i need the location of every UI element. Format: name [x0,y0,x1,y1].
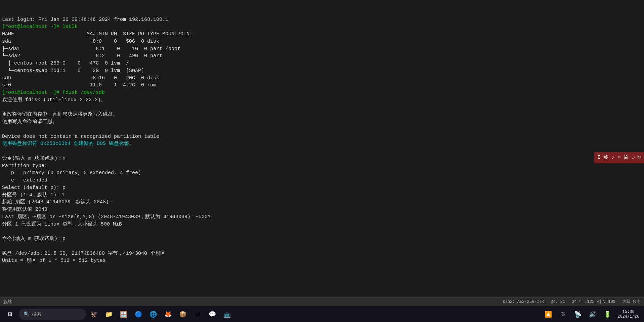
terminal-line: Last 扇区, +扇区 or +size{K,M,G} (2048-41943… [2,213,642,221]
taskbar: ⊞ 🔍 搜索 🦅 📁 🪟 🔵 🌐 🦊 📦 🖥 💬 📺 🔼 英 📡 🔊 🔋 15:… [0,306,644,322]
terminal-line: sda 8:0 0 50G 0 disk [2,38,642,45]
status-right: ssh2: AES-256-CTR 34, 21 34 行，125 列 VT10… [503,299,641,305]
terminal-line: Last login: Fri Jan 26 09:46:46 2024 fro… [2,16,642,24]
terminal-line: 命令(输入 m 获取帮助)：p [2,235,642,243]
system-tray-up[interactable]: 🔼 [542,308,555,321]
terminal-line: 分区 1 已设置为 Linux 类型，大小设为 500 MiB [2,221,642,228]
terminal-line: sdb 8:16 0 20G 0 disk [2,75,642,82]
terminal-line: Units = 扇区 of 1 * 512 = 512 bytes [2,257,642,265]
terminal-line: 磁盘 /dev/sdb：21.5 GB, 21474836480 字节，4194… [2,250,642,257]
start-button[interactable]: ⊞ [3,308,17,321]
ssh-info: ssh2: AES-256-CTR [503,299,544,304]
terminal-line: 命令(输入 m 获取帮助)：n [2,155,642,162]
network-icon[interactable]: 📡 [571,308,585,321]
terminal-line: 使用磁盘标识符 0x253c03b4 创建新的 DOS 磁盘标签。 [2,140,642,148]
terminal-line: ├─sda1 8:1 0 1G 0 part /boot [2,45,642,53]
terminal-line: 起始 扇区 (2048-41943039，默认为 2048)： [2,199,642,206]
taskbar-edge[interactable]: 🦊 [161,308,175,321]
taskbar-terminal[interactable]: 📦 [176,308,189,321]
cursor-pos: 34, 21 [551,299,565,304]
terminal-line: [root@localhost ~]# lsblk [2,23,642,31]
taskbar-right: 🔼 英 📡 🔊 🔋 15:09 2024/1/26 [542,308,641,321]
terminal-line: p primary (0 primary, 0 extended, 4 free… [2,169,642,177]
terminal-line: └─sda2 8:2 0 49G 0 part [2,52,642,60]
search-label: 搜索 [32,311,41,317]
search-bar[interactable]: 🔍 搜索 [19,309,86,320]
start-icon: ⊞ [8,310,12,318]
taskbar-tv[interactable]: 📺 [220,308,234,321]
clock-time: 15:09 [622,310,635,314]
taskbar-globe[interactable]: 🌐 [146,308,160,321]
terminal-line: sr0 11:0 1 4.2G 0 rom [2,82,642,89]
terminal-line [2,148,642,155]
terminal-line: Partition type: [2,162,642,170]
terminal-line: Select (default p): p [2,184,642,192]
dimensions: 34 行，125 列 VT100 [572,299,615,305]
terminal-line: 分区号 (1-4，默认 1)：1 [2,192,642,199]
ime-toggle[interactable]: 英 [556,308,570,321]
taskbar-store[interactable]: 🪟 [117,308,130,321]
terminal-content: Last login: Fri Jan 26 09:46:46 2024 fro… [2,16,642,265]
terminal-line: 更改将停留在内存中，直到您决定将更改写入磁盘。 [2,111,642,118]
terminal-line: [root@localhost ~]# fdisk /dev/sdb [2,89,642,96]
terminal-line [2,228,642,235]
terminal-line: Device does not contain a recognized par… [2,133,642,140]
terminal-line: 将使用默认值 2048 [2,206,642,213]
terminal-line: e extended [2,177,642,184]
terminal-line: └─centos-swap 253:1 0 2G 0 lvm [SWAP] [2,67,642,75]
ime-text: I 英 ♪ • 简 ☺ ⚙ [597,154,641,161]
taskbar-wechat[interactable]: 💬 [206,308,219,321]
search-icon: 🔍 [24,311,29,317]
taskbar-files[interactable]: 📁 [102,308,116,321]
status-bar: 就绪 ssh2: AES-256-CTR 34, 21 34 行，125 列 V… [0,297,644,306]
clock-date: 2024/1/26 [617,314,639,319]
taskbar-screen[interactable]: 🖥 [191,308,204,321]
clock[interactable]: 15:09 2024/1/26 [615,310,641,319]
terminal[interactable]: Last login: Fri Jan 26 09:46:46 2024 fro… [0,0,644,297]
terminal-line: 使用写入命令前请三思。 [2,118,642,126]
volume-icon[interactable]: 🔊 [586,308,599,321]
terminal-line: NAME MAJ:MIN RM SIZE RO TYPE MOUNTPOINT [2,31,642,38]
terminal-line [2,243,642,250]
terminal-line: ├─centos-root 253:0 0 47G 0 lvm / [2,60,642,67]
terminal-line [2,104,642,111]
terminal-line [2,126,642,133]
battery-icon[interactable]: 🔋 [601,308,614,321]
taskbar-blue[interactable]: 🔵 [132,308,145,321]
ime-bar[interactable]: I 英 ♪ • 简 ☺ ⚙ [594,152,644,163]
status-left: 就绪 [3,299,12,305]
terminal-line: 欢迎使用 fdisk (util-linux 2.23.2)。 [2,96,642,104]
status-ready: 就绪 [3,299,12,305]
mode: 大写 数字 [622,299,641,305]
taskbar-eagle[interactable]: 🦅 [87,308,101,321]
